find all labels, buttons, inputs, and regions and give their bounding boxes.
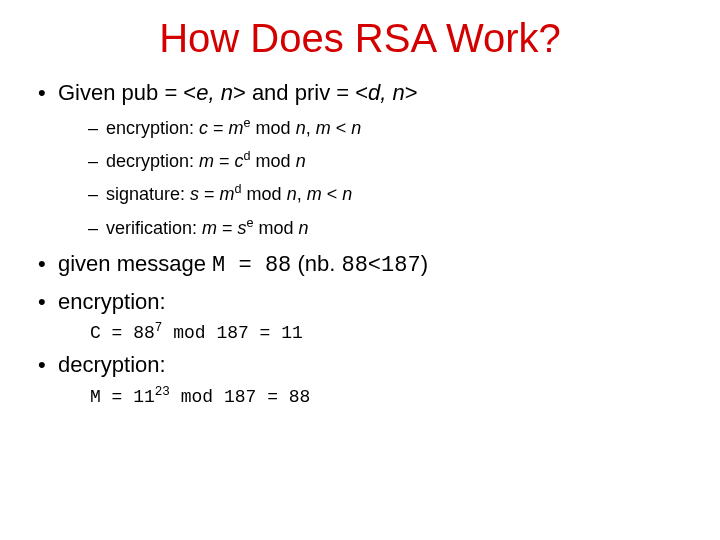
eq: =: [217, 218, 238, 238]
var-n: n: [296, 118, 306, 138]
var-n: n: [299, 218, 309, 238]
expr-pre: M = 11: [90, 387, 155, 407]
eq: =: [214, 151, 235, 171]
text: ): [421, 251, 428, 276]
var-c: c: [235, 151, 244, 171]
bullet-encryption: encryption:: [36, 288, 684, 316]
var-n: n: [296, 151, 306, 171]
bullet-given-message: given message M = 88 (nb. 88<187): [36, 250, 684, 280]
expr-exp: 23: [155, 385, 170, 399]
eq: =: [208, 118, 229, 138]
bullet-list-2: decryption:: [36, 351, 684, 379]
bullet-list: Given pub = <e, n> and priv = <d, n> enc…: [36, 79, 684, 315]
bullet-decryption: decryption:: [36, 351, 684, 379]
mod: mod: [242, 184, 287, 204]
sub-decryption: decryption: m = cd mod n: [88, 150, 684, 173]
eq: =: [199, 184, 220, 204]
var-dn: d, n: [368, 80, 405, 105]
var-m2: m: [307, 184, 322, 204]
var-m: m: [202, 218, 217, 238]
comma: ,: [306, 118, 316, 138]
var-s: s: [190, 184, 199, 204]
expr-pre: C = 88: [90, 323, 155, 343]
var-en: e, n: [196, 80, 233, 105]
text: > and priv = <: [233, 80, 368, 105]
var-m: m: [220, 184, 235, 204]
label: decryption:: [58, 352, 166, 377]
label: decryption:: [106, 151, 199, 171]
code-m88: M = 88: [212, 253, 291, 278]
slide-title: How Does RSA Work?: [36, 16, 684, 61]
text: >: [405, 80, 418, 105]
var-m: m: [199, 151, 214, 171]
sub-bullet-list: encryption: c = me mod n, m < n decrypti…: [58, 117, 684, 241]
text: Given pub = <: [58, 80, 196, 105]
sub-verification: verification: m = se mod n: [88, 217, 684, 240]
exp-e: e: [247, 216, 254, 230]
decryption-computation: M = 1123 mod 187 = 88: [90, 387, 684, 407]
var-n2: n: [351, 118, 361, 138]
var-m: m: [229, 118, 244, 138]
encryption-computation: C = 887 mod 187 = 11: [90, 323, 684, 343]
var-c: c: [199, 118, 208, 138]
var-n: n: [287, 184, 297, 204]
mod: mod: [254, 218, 299, 238]
bullet-given: Given pub = <e, n> and priv = <d, n> enc…: [36, 79, 684, 240]
slide: How Does RSA Work? Given pub = <e, n> an…: [0, 0, 720, 540]
mod: mod: [251, 118, 296, 138]
expr-post: mod 187 = 88: [170, 387, 310, 407]
label: signature:: [106, 184, 190, 204]
label: verification:: [106, 218, 202, 238]
sub-signature: signature: s = md mod n, m < n: [88, 183, 684, 206]
exp-d: d: [244, 149, 251, 163]
mod: mod: [251, 151, 296, 171]
lt: <: [322, 184, 343, 204]
label: encryption:: [58, 289, 166, 314]
comma: ,: [297, 184, 307, 204]
exp-d: d: [235, 182, 242, 196]
var-s: s: [238, 218, 247, 238]
lt: <: [331, 118, 352, 138]
sub-encryption: encryption: c = me mod n, m < n: [88, 117, 684, 140]
var-n2: n: [342, 184, 352, 204]
expr-post: mod 187 = 11: [162, 323, 302, 343]
text: given message: [58, 251, 212, 276]
label: encryption:: [106, 118, 199, 138]
var-m2: m: [316, 118, 331, 138]
exp-e: e: [244, 116, 251, 130]
text: (nb.: [291, 251, 341, 276]
code-compare: 88<187: [341, 253, 420, 278]
